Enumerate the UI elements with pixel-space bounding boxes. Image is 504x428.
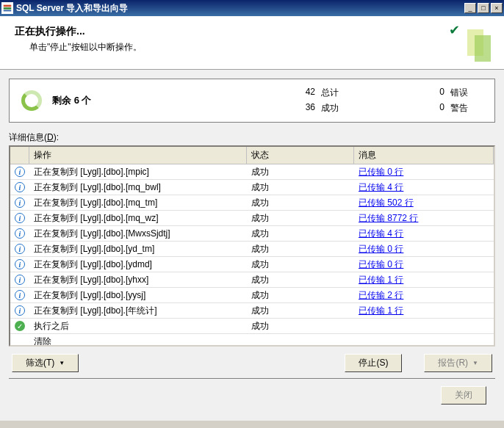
- cell-operation: 正在复制到 [Lygl].[dbo].[MwxsSjdtj]: [29, 228, 247, 240]
- report-button: 报告(R)▼: [424, 354, 492, 372]
- cell-status: 成功: [247, 181, 354, 194]
- cell-status: 成功: [247, 289, 354, 302]
- cell-message: 已传输 4 行: [354, 228, 494, 240]
- message-link[interactable]: 已传输 502 行: [359, 197, 414, 208]
- remaining-label: 剩余 6 个: [52, 94, 199, 107]
- cell-status: 成功: [247, 166, 354, 178]
- stat-error: 0错误: [427, 87, 468, 99]
- minimize-button[interactable]: _: [464, 3, 476, 13]
- svg-rect-2: [4, 10, 12, 12]
- cell-message: 已传输 2 行: [354, 289, 494, 302]
- cell-message: 已传输 502 行: [354, 197, 494, 209]
- spinner-icon: [21, 90, 42, 111]
- info-icon: i: [15, 275, 25, 285]
- message-link[interactable]: 已传输 4 行: [359, 182, 403, 192]
- stat-warn: 0警告: [427, 102, 468, 115]
- cell-status: 成功: [247, 212, 354, 225]
- col-status[interactable]: 状态: [247, 147, 354, 164]
- table-header: 操作 状态 消息: [10, 147, 494, 164]
- summary-box: 剩余 6 个 42总计 0错误 36成功 0警告: [9, 79, 495, 123]
- message-link[interactable]: 已传输 8772 行: [359, 213, 418, 223]
- cell-operation: 正在复制到 [Lygl].[dbo].[mq_bwl]: [29, 181, 247, 194]
- message-link[interactable]: 已传输 2 行: [359, 290, 403, 300]
- message-link[interactable]: 已传输 1 行: [359, 305, 403, 316]
- close-button[interactable]: ×: [491, 3, 503, 13]
- cell-status: 成功: [247, 258, 354, 271]
- cell-message: 已传输 1 行: [354, 274, 494, 286]
- maximize-button[interactable]: □: [478, 3, 489, 13]
- info-icon: i: [15, 228, 25, 239]
- message-link[interactable]: 已传输 1 行: [359, 275, 403, 285]
- check-icon: ✓: [15, 321, 25, 331]
- cell-message: 已传输 4 行: [354, 181, 494, 194]
- message-link[interactable]: 已传输 0 行: [359, 244, 403, 254]
- details-table: 操作 状态 消息 i正在复制到 [Lygl].[dbo].[mpic]成功已传输…: [9, 145, 495, 347]
- table-row[interactable]: i正在复制到 [Lygl].[dbo].[年统计]成功已传输 1 行: [10, 303, 494, 319]
- info-icon: i: [15, 213, 25, 223]
- svg-rect-4: [475, 35, 491, 62]
- table-row[interactable]: i正在复制到 [Lygl].[dbo].[yysj]成功已传输 2 行: [10, 288, 494, 303]
- message-link[interactable]: 已传输 0 行: [359, 259, 403, 269]
- table-row[interactable]: i正在复制到 [Lygl].[dbo].[mq_wz]成功已传输 8772 行: [10, 211, 494, 226]
- table-row[interactable]: i正在复制到 [Lygl].[dbo].[MwxsSjdtj]成功已传输 4 行: [10, 226, 494, 242]
- cell-operation: 正在复制到 [Lygl].[dbo].[yd_tm]: [29, 243, 247, 255]
- cell-message: 已传输 8772 行: [354, 212, 494, 225]
- table-row[interactable]: i正在复制到 [Lygl].[dbo].[yhxx]成功已传输 1 行: [10, 272, 494, 288]
- cell-status: 成功: [247, 228, 354, 240]
- cell-operation: 正在复制到 [Lygl].[dbo].[mq_wz]: [29, 212, 247, 225]
- col-icon[interactable]: [10, 147, 29, 164]
- cell-operation: 正在复制到 [Lygl].[dbo].[mq_tm]: [29, 197, 247, 209]
- chevron-down-icon: ▼: [472, 360, 478, 366]
- filter-button[interactable]: 筛选(T)▼: [12, 354, 79, 372]
- table-body: i正在复制到 [Lygl].[dbo].[mpic]成功已传输 0 行i正在复制…: [10, 164, 494, 347]
- info-icon: i: [15, 259, 25, 269]
- table-row[interactable]: i正在复制到 [Lygl].[dbo].[mq_bwl]成功已传输 4 行: [10, 180, 494, 195]
- cell-operation: 正在复制到 [Lygl].[dbo].[ydmd]: [29, 258, 247, 271]
- app-icon: [1, 2, 13, 14]
- button-row: 筛选(T)▼ 停止(S) 报告(R)▼: [9, 354, 495, 372]
- content-area: 剩余 6 个 42总计 0错误 36成功 0警告 详细信息(D): 操作 状态 …: [0, 69, 504, 421]
- table-row[interactable]: i正在复制到 [Lygl].[dbo].[yd_tm]成功已传输 0 行: [10, 242, 494, 257]
- info-icon: i: [15, 290, 25, 300]
- info-icon: i: [15, 182, 25, 192]
- info-icon: i: [15, 305, 25, 316]
- info-icon: i: [15, 167, 25, 177]
- wizard-header: 正在执行操作... 单击"停止"按钮以中断操作。 ✔: [0, 16, 504, 69]
- wizard-graphic: [453, 21, 497, 65]
- close-dialog-button: 关闭: [441, 386, 486, 405]
- col-operation[interactable]: 操作: [29, 147, 247, 164]
- titlebar[interactable]: SQL Server 导入和导出向导 _ □ ×: [0, 0, 504, 16]
- info-icon: i: [15, 244, 25, 254]
- cell-status: 成功: [247, 305, 354, 317]
- cell-message: 已传输 1 行: [354, 305, 494, 317]
- message-link[interactable]: 已传输 4 行: [359, 228, 403, 239]
- chevron-down-icon: ▼: [59, 360, 65, 366]
- cell-status: 成功: [247, 243, 354, 255]
- cell-message: 已传输 0 行: [354, 258, 494, 271]
- cell-operation: 正在复制到 [Lygl].[dbo].[mpic]: [29, 166, 247, 178]
- window-title: SQL Server 导入和导出向导: [16, 2, 464, 15]
- table-row[interactable]: i正在复制到 [Lygl].[dbo].[mpic]成功已传输 0 行: [10, 164, 494, 180]
- page-subtitle: 单击"停止"按钮以中断操作。: [29, 41, 489, 54]
- svg-rect-1: [4, 7, 12, 10]
- table-row[interactable]: i正在复制到 [Lygl].[dbo].[mq_tm]成功已传输 502 行: [10, 195, 494, 211]
- cell-operation: 清除: [29, 335, 247, 347]
- stats-grid: 42总计 0错误 36成功 0警告: [298, 87, 468, 115]
- cell-operation: 执行之后: [29, 320, 247, 333]
- col-message[interactable]: 消息: [354, 147, 494, 164]
- message-link[interactable]: 已传输 0 行: [359, 167, 403, 177]
- footer: 关闭: [9, 378, 495, 412]
- cell-status: 成功: [247, 320, 354, 333]
- cell-message: 已传输 0 行: [354, 166, 494, 178]
- cell-operation: 正在复制到 [Lygl].[dbo].[yysj]: [29, 289, 247, 302]
- table-row[interactable]: 清除: [10, 334, 494, 347]
- stat-total: 42总计: [298, 87, 339, 99]
- cell-operation: 正在复制到 [Lygl].[dbo].[年统计]: [29, 305, 247, 317]
- table-row[interactable]: ✓执行之后成功: [10, 319, 494, 334]
- page-title: 正在执行操作...: [15, 25, 489, 38]
- stat-success: 36成功: [298, 102, 339, 115]
- svg-rect-0: [4, 5, 12, 7]
- cell-operation: 正在复制到 [Lygl].[dbo].[yhxx]: [29, 274, 247, 286]
- table-row[interactable]: i正在复制到 [Lygl].[dbo].[ydmd]成功已传输 0 行: [10, 257, 494, 272]
- stop-button[interactable]: 停止(S): [345, 354, 402, 372]
